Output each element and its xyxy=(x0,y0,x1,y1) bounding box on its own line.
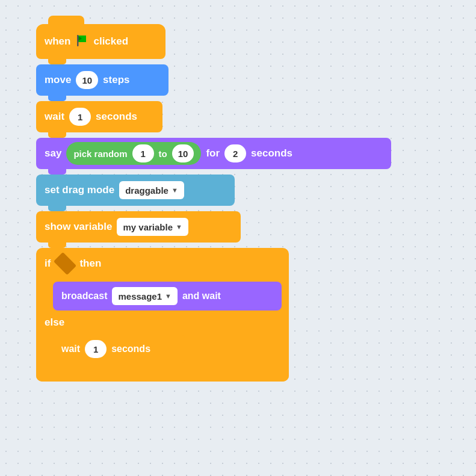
wait-label: wait xyxy=(45,111,64,123)
drag-mode-dropdown[interactable]: draggable ▼ xyxy=(119,181,184,199)
pick-random-label: pick random xyxy=(73,149,127,159)
condition-diamond[interactable] xyxy=(54,252,76,275)
wait-inner-block[interactable]: wait 1 seconds xyxy=(53,335,185,363)
when-label: when xyxy=(45,36,70,48)
say-secs-value[interactable]: 2 xyxy=(224,144,246,162)
if-then-else-container: if then broadcast message1 ▼ and wait el… xyxy=(36,248,289,382)
wait-inner-label: wait xyxy=(61,344,80,354)
wait-seconds-block[interactable]: wait 1 seconds xyxy=(36,101,162,132)
pick-random-to[interactable]: 10 xyxy=(172,144,194,162)
and-wait-label: and wait xyxy=(182,291,221,301)
set-drag-mode-block[interactable]: set drag mode draggable ▼ xyxy=(36,175,235,206)
wait1-block-row: wait 1 seconds xyxy=(36,96,391,132)
then-body: broadcast message1 ▼ and wait xyxy=(48,282,289,311)
show-variable-block-row: show variable my variable ▼ xyxy=(36,206,391,243)
wait-seconds-value[interactable]: 1 xyxy=(69,108,91,126)
set-drag-mode-label: set drag mode xyxy=(45,184,114,196)
steps-value[interactable]: 10 xyxy=(76,71,98,89)
broadcast-block[interactable]: broadcast message1 ▼ and wait xyxy=(53,282,282,311)
broadcast-arrow: ▼ xyxy=(165,292,172,300)
for-label: for xyxy=(206,147,220,159)
pick-random-from[interactable]: 1 xyxy=(132,144,154,162)
drag-mode-value: draggable xyxy=(125,185,168,196)
if-label: if xyxy=(45,258,51,270)
when-clicked-block[interactable]: when clicked xyxy=(36,24,165,59)
say-label: say xyxy=(45,147,61,159)
motion-block-row: move 10 steps xyxy=(36,59,391,96)
if-footer xyxy=(36,371,289,382)
say-pick-random-block[interactable]: say pick random 1 to 10 for 2 seconds xyxy=(36,138,391,169)
variable-value: my variable xyxy=(123,222,173,232)
broadcast-value: message1 xyxy=(118,291,162,301)
say-seconds-label: seconds xyxy=(251,147,292,159)
if-header: if then xyxy=(36,248,289,279)
svg-rect-2 xyxy=(77,35,79,46)
if-then-else-block-row: if then broadcast message1 ▼ and wait el… xyxy=(36,248,391,382)
wait-inner-seconds: seconds xyxy=(111,344,150,354)
else-label: else xyxy=(36,313,289,332)
broadcast-dropdown[interactable]: message1 ▼ xyxy=(112,287,177,305)
show-variable-label: show variable xyxy=(45,221,112,233)
broadcast-label: broadcast xyxy=(61,291,107,301)
drag-mode-block-row: set drag mode draggable ▼ xyxy=(36,169,391,206)
else-body: wait 1 seconds xyxy=(48,335,289,371)
pick-random-block[interactable]: pick random 1 to 10 xyxy=(66,142,201,165)
move-label: move xyxy=(45,74,71,86)
move-steps-block[interactable]: move 10 steps xyxy=(36,64,168,96)
clicked-label: clicked xyxy=(93,36,128,48)
event-block-row: when clicked xyxy=(36,24,391,59)
wait-inner-value[interactable]: 1 xyxy=(85,340,107,358)
seconds-label: seconds xyxy=(96,111,137,123)
blocks-container: when clicked move 10 steps wait 1 second… xyxy=(36,24,391,382)
to-label: to xyxy=(159,149,167,159)
then-label: then xyxy=(79,258,101,270)
show-variable-block[interactable]: show variable my variable ▼ xyxy=(36,211,241,243)
drag-mode-arrow: ▼ xyxy=(172,187,178,194)
variable-arrow: ▼ xyxy=(176,223,182,230)
steps-label: steps xyxy=(103,74,129,86)
variable-dropdown[interactable]: my variable ▼ xyxy=(117,218,188,236)
flag-icon xyxy=(75,34,88,49)
say-block-row: say pick random 1 to 10 for 2 seconds xyxy=(36,132,391,169)
